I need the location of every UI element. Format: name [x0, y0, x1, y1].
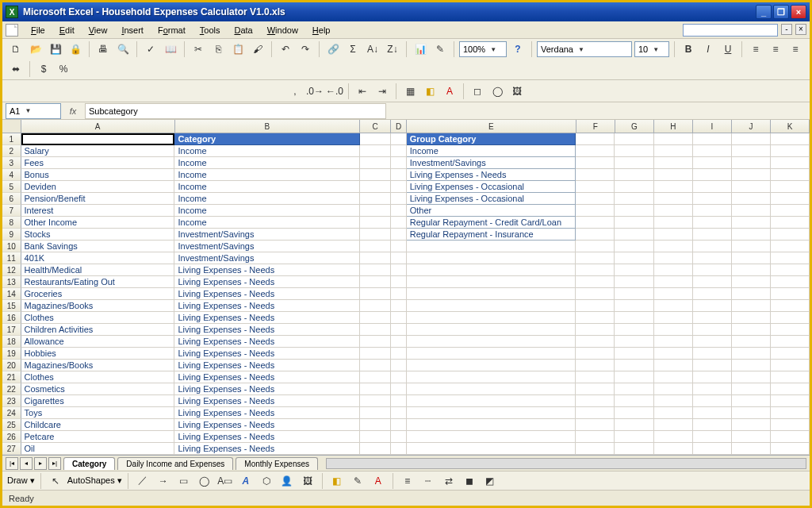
cell[interactable]	[693, 229, 732, 241]
cell[interactable]	[771, 193, 810, 205]
sheet-tab-monthly[interactable]: Monthly Expenses	[236, 457, 318, 470]
spellcheck-icon[interactable]: ✓	[142, 40, 159, 58]
oval-icon[interactable]: ◯	[196, 472, 213, 490]
row-header[interactable]: 10	[2, 241, 21, 252]
cell[interactable]	[360, 431, 391, 443]
align-left-icon[interactable]: ≡	[747, 40, 764, 58]
cell[interactable]	[615, 157, 653, 169]
cell[interactable]	[615, 395, 653, 407]
sort-desc-icon[interactable]: Z↓	[384, 40, 401, 58]
cell[interactable]	[360, 395, 391, 407]
cell[interactable]	[407, 252, 576, 264]
cell[interactable]	[693, 133, 732, 145]
insert-diagram-icon[interactable]: ◯	[488, 83, 506, 100]
cell[interactable]	[771, 395, 810, 407]
cell[interactable]: Oil	[21, 443, 175, 455]
cell[interactable]: Living Expenses - Needs	[174, 443, 359, 455]
cell[interactable]	[654, 383, 693, 395]
cell[interactable]	[732, 336, 771, 348]
redo-icon[interactable]: ↷	[297, 40, 314, 58]
col-header-j[interactable]: J	[732, 120, 771, 133]
fill-color-draw-icon[interactable]: ◧	[328, 472, 346, 490]
cell[interactable]	[407, 300, 576, 312]
cell[interactable]: Subcategory	[21, 133, 175, 145]
cell[interactable]: Bank Savings	[21, 241, 175, 252]
formula-input[interactable]: Subcategory	[85, 103, 386, 119]
cell[interactable]	[732, 276, 771, 288]
cell[interactable]: Regular Repayment - Credit Card/Loan	[407, 217, 576, 229]
row-header[interactable]: 7	[2, 205, 21, 217]
drawing-icon[interactable]: ✎	[431, 40, 449, 58]
cell[interactable]	[407, 336, 576, 348]
cell[interactable]	[576, 348, 615, 360]
cell[interactable]: Living Expenses - Needs	[174, 336, 359, 348]
cell[interactable]	[576, 383, 615, 395]
cell[interactable]	[360, 276, 391, 288]
cell[interactable]	[391, 217, 407, 229]
cell[interactable]	[771, 229, 810, 241]
col-header-e[interactable]: E	[407, 120, 576, 133]
cell[interactable]	[693, 383, 732, 395]
cell[interactable]: Income	[174, 205, 359, 217]
cell[interactable]	[693, 300, 732, 312]
cell[interactable]	[654, 324, 693, 336]
cell[interactable]: Income	[174, 145, 359, 157]
cell[interactable]: Other Income	[21, 217, 175, 229]
menu-file[interactable]: File	[25, 23, 52, 37]
cell[interactable]	[360, 360, 391, 371]
cell[interactable]	[360, 252, 391, 264]
menu-minimize-child[interactable]: -	[781, 24, 792, 35]
menu-help[interactable]: Help	[306, 23, 337, 37]
cell[interactable]: Childcare	[21, 419, 175, 431]
cell[interactable]: Cosmetics	[21, 383, 175, 395]
cell[interactable]	[771, 383, 810, 395]
cell[interactable]	[732, 145, 771, 157]
font-color-icon[interactable]: A	[441, 83, 458, 100]
cell[interactable]	[391, 264, 407, 276]
cell[interactable]	[360, 348, 391, 360]
cell[interactable]	[654, 205, 693, 217]
diagram-icon[interactable]: ⬡	[258, 472, 275, 490]
cell[interactable]	[654, 419, 693, 431]
cell[interactable]	[615, 312, 653, 324]
cell[interactable]: Living Expenses - Needs	[407, 169, 576, 181]
cell[interactable]	[771, 407, 810, 419]
cell[interactable]	[407, 383, 576, 395]
cell[interactable]	[732, 383, 771, 395]
undo-icon[interactable]: ↶	[277, 40, 294, 58]
cell[interactable]: Income	[174, 157, 359, 169]
row-header[interactable]: 26	[2, 431, 21, 443]
tab-nav-first[interactable]: |◂	[6, 457, 18, 470]
cell[interactable]	[732, 360, 771, 371]
decrease-indent-icon[interactable]: ⇤	[354, 83, 371, 100]
row-header[interactable]: 17	[2, 324, 21, 336]
cell[interactable]: Investment/Savings	[407, 157, 576, 169]
cell[interactable]	[576, 336, 615, 348]
cell[interactable]	[391, 443, 407, 455]
cell[interactable]	[654, 348, 693, 360]
cell[interactable]: Living Expenses - Needs	[174, 383, 359, 395]
cell[interactable]	[615, 276, 653, 288]
cell[interactable]	[391, 288, 407, 300]
cell[interactable]	[391, 348, 407, 360]
cell[interactable]	[654, 252, 693, 264]
cell[interactable]	[693, 276, 732, 288]
permission-icon[interactable]: 🔒	[67, 40, 84, 58]
cell[interactable]	[693, 264, 732, 276]
cell[interactable]: Other	[407, 205, 576, 217]
cell[interactable]	[693, 288, 732, 300]
cell[interactable]	[693, 241, 732, 252]
col-header-b[interactable]: B	[175, 120, 360, 133]
decrease-decimal-icon[interactable]: ←.0	[326, 83, 343, 100]
draw-menu[interactable]: Draw ▾	[7, 475, 35, 486]
cell[interactable]: Living Expenses - Needs	[174, 419, 359, 431]
cell[interactable]	[391, 181, 407, 193]
cell[interactable]	[771, 300, 810, 312]
cell[interactable]: Investment/Savings	[174, 252, 359, 264]
save-icon[interactable]: 💾	[47, 40, 64, 58]
comma-style-icon[interactable]: ,	[286, 83, 304, 100]
select-objects-icon[interactable]: ↖	[47, 472, 64, 490]
cell[interactable]: Income	[174, 169, 359, 181]
cell[interactable]: Health/Medical	[21, 264, 175, 276]
cell[interactable]	[360, 383, 391, 395]
